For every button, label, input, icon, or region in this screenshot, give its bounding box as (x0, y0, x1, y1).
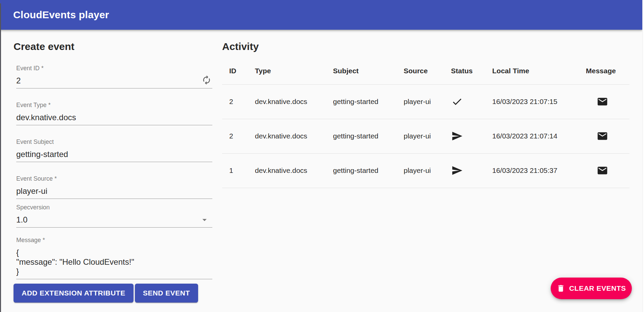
create-event-heading: Create event (14, 41, 213, 53)
cell-message (586, 84, 629, 119)
cell-subject: getting-started (333, 119, 404, 153)
column-header-subject: Subject (333, 57, 404, 84)
app-bar: CloudEvents player (0, 0, 642, 30)
message-textarea[interactable]: { "message": "Hello CloudEvents!" } (16, 248, 212, 279)
column-header-id: ID (222, 57, 255, 84)
cell-id: 2 (222, 119, 255, 153)
column-header-status: Status (451, 57, 492, 84)
event-id-input[interactable]: 2 (16, 76, 212, 88)
cell-type: dev.knative.docs (255, 153, 333, 188)
activity-row: 1 dev.knative.docs getting-started playe… (222, 153, 629, 188)
activity-panel: Activity ID Type Subject Source Status L… (222, 30, 629, 188)
autorenew-icon[interactable] (201, 75, 212, 85)
event-source-label: Event Source * (16, 175, 212, 182)
event-id-field: Event ID * 2 (16, 65, 212, 88)
column-header-type: Type (255, 57, 333, 84)
column-header-local-time: Local Time (492, 57, 586, 84)
event-source-input[interactable]: player-ui (16, 186, 212, 199)
cell-type: dev.knative.docs (255, 119, 333, 153)
specversion-label: Specversion (16, 204, 212, 211)
specversion-select[interactable]: Specversion 1.0 (16, 204, 212, 228)
chevron-down-icon[interactable] (199, 215, 210, 225)
cell-message (586, 153, 629, 188)
check-icon (451, 96, 463, 107)
cell-id: 1 (222, 153, 255, 188)
cell-type: dev.knative.docs (255, 84, 333, 119)
cell-local-time: 16/03/2023 21:07:15 (492, 84, 586, 119)
delete-icon (556, 284, 565, 293)
email-icon[interactable] (597, 96, 608, 107)
cell-status (451, 153, 492, 188)
column-header-message: Message (586, 57, 629, 84)
cell-subject: getting-started (333, 84, 404, 119)
cell-source: player-ui (404, 84, 451, 119)
event-subject-input[interactable]: getting-started (16, 150, 212, 162)
column-header-source: Source (404, 57, 451, 84)
activity-table: ID Type Subject Source Status Local Time… (222, 57, 629, 188)
create-event-panel: Create event Event ID * 2 Event Type * d… (14, 30, 213, 303)
cell-id: 2 (222, 84, 255, 119)
event-source-field: Event Source * player-ui (16, 175, 212, 199)
send-icon (451, 130, 463, 142)
activity-header-row: ID Type Subject Source Status Local Time… (222, 57, 629, 84)
cell-status (451, 119, 492, 153)
cell-message (586, 119, 629, 153)
cell-source: player-ui (404, 119, 451, 153)
event-subject-field: Event Subject getting-started (16, 138, 212, 162)
activity-heading: Activity (222, 41, 629, 53)
clear-events-button[interactable]: CLEAR EVENTS (551, 278, 632, 299)
event-type-label: Event Type * (16, 102, 212, 109)
cell-status (451, 84, 492, 119)
app-title: CloudEvents player (13, 9, 109, 21)
email-icon[interactable] (597, 165, 608, 176)
send-event-button[interactable]: SEND EVENT (135, 284, 198, 303)
clear-events-label: CLEAR EVENTS (569, 284, 626, 292)
event-type-field: Event Type * dev.knative.docs (16, 102, 212, 125)
window-left-edge (0, 3, 1, 312)
form-actions: ADD EXTENSION ATTRIBUTE SEND EVENT (14, 284, 213, 303)
specversion-value[interactable]: 1.0 (16, 215, 212, 228)
event-id-label: Event ID * (16, 65, 212, 72)
cell-source: player-ui (404, 153, 451, 188)
message-label: Message * (16, 237, 212, 244)
cell-local-time: 16/03/2023 21:05:37 (492, 153, 586, 188)
add-extension-attribute-button[interactable]: ADD EXTENSION ATTRIBUTE (14, 284, 134, 303)
message-field: Message * { "message": "Hello CloudEvent… (16, 237, 212, 279)
cell-subject: getting-started (333, 153, 404, 188)
event-type-input[interactable]: dev.knative.docs (16, 113, 212, 125)
activity-row: 2 dev.knative.docs getting-started playe… (222, 84, 629, 119)
email-icon[interactable] (597, 130, 608, 142)
event-subject-label: Event Subject (16, 138, 212, 146)
scrollbar-track[interactable] (642, 0, 644, 312)
cell-local-time: 16/03/2023 21:07:14 (492, 119, 586, 153)
activity-row: 2 dev.knative.docs getting-started playe… (222, 119, 629, 153)
send-icon (451, 165, 463, 176)
